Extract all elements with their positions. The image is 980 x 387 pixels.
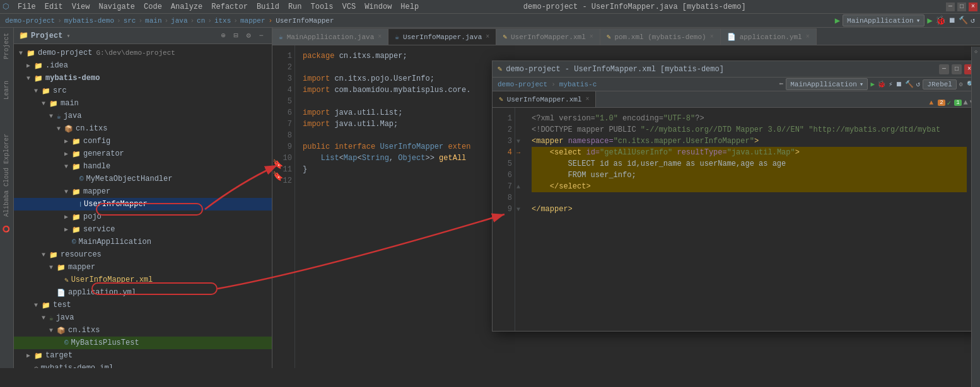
menu-tools[interactable]: Tools: [307, 1, 337, 13]
tree-item-config[interactable]: ▶ 📁 config: [14, 135, 272, 147]
tab-UserInfoMapper-xml[interactable]: ✎ UserInfoMapper.xml ×: [496, 28, 600, 45]
popup-restore-btn[interactable]: □: [952, 64, 962, 74]
tab-close-btn[interactable]: ×: [486, 33, 489, 40]
menu-window[interactable]: Window: [361, 1, 395, 13]
tree-item-test-java[interactable]: ▼ ☕ java: [14, 311, 272, 324]
breadcrumb-demo-project[interactable]: demo-project: [5, 17, 55, 25]
tab-pom-xml[interactable]: ✎ pom.xml (mybatis-demo) ×: [600, 28, 721, 45]
expand-up-btn[interactable]: ▲: [964, 98, 968, 107]
popup-stop-btn[interactable]: ⏹: [895, 80, 902, 88]
menu-file[interactable]: File: [14, 1, 40, 13]
collapse-all-btn[interactable]: ⊟: [230, 30, 242, 42]
popup-reload-btn[interactable]: ↺: [916, 80, 921, 88]
run-stop-btn[interactable]: ⏹: [948, 16, 956, 25]
breadcrumb-java[interactable]: java: [171, 17, 187, 25]
tree-item-resources[interactable]: ▼ 📁 resources: [14, 248, 272, 261]
menu-navigate[interactable]: Navigate: [95, 1, 139, 13]
pb-demo-project[interactable]: demo-project: [498, 81, 547, 88]
tree-item-cn-itxs[interactable]: ▼ 📦 cn.itxs: [14, 122, 272, 135]
xml-code-content[interactable]: <?xml version="1.0" encoding="UTF-8"?> <…: [524, 108, 974, 331]
tab-close-btn[interactable]: ×: [585, 96, 589, 103]
tree-label: mybatis-demo: [45, 74, 100, 83]
hide-panel-btn[interactable]: −: [255, 30, 267, 42]
menu-help[interactable]: Help: [397, 1, 423, 13]
tab-close-btn[interactable]: ×: [378, 33, 382, 40]
menu-edit[interactable]: Edit: [41, 1, 67, 13]
popup-run-config[interactable]: MainAppllication ▾: [786, 78, 868, 90]
run-btn[interactable]: ▶: [927, 15, 932, 26]
popup-minimize-btn[interactable]: ─: [939, 64, 949, 74]
breadcrumb-mapper[interactable]: mapper: [240, 17, 265, 25]
xml-code-editor[interactable]: 123 4 567 89 ▼ → ▲: [493, 108, 979, 331]
breadcrumb-main[interactable]: main: [145, 17, 161, 25]
popup-build-btn[interactable]: 🔨: [905, 80, 914, 88]
menu-view[interactable]: View: [68, 1, 94, 13]
tab-MainAppllication[interactable]: ☕ MainAppllication.java ×: [272, 28, 388, 45]
locate-file-btn[interactable]: ⊕: [218, 30, 229, 42]
breadcrumb-mybatis-demo[interactable]: mybatis-demo: [64, 17, 114, 25]
build-btn[interactable]: 🔨: [959, 16, 968, 25]
tree-item-mapper[interactable]: ▼ 📁 mapper: [14, 185, 272, 198]
breadcrumb-cn[interactable]: cn: [197, 17, 205, 25]
debug-btn[interactable]: 🐞: [935, 15, 946, 26]
tree-item-service[interactable]: ▶ 📁 service: [14, 223, 272, 236]
cloud-tab[interactable]: Alibaba Cloud Explorer: [1, 131, 13, 219]
tree-item-MyBatisPlusTest[interactable]: ▶ © MyBatisPlusTest: [14, 337, 272, 349]
tree-item-application-yml[interactable]: ▶ 📄 application.yml: [14, 286, 272, 299]
menu-analyze[interactable]: Analyze: [167, 1, 206, 13]
gutter-icons: 🔖 🔖: [272, 159, 283, 182]
tree-item-MainAppllication[interactable]: ▶ © MainAppllication: [14, 236, 272, 248]
other-tab[interactable]: ⭕: [1, 223, 13, 236]
project-tab[interactable]: Project: [1, 30, 13, 62]
reload-btn[interactable]: ↺: [971, 16, 975, 25]
tree-item-idea[interactable]: ▶ 📁 .idea: [14, 59, 272, 72]
tree-item-demo-project[interactable]: ▼ 📁 demo-project G:\dev\demo-project: [14, 47, 272, 59]
tree-item-UserInfoMapper-xml[interactable]: ▶ ✎ UserInfoMapper.xml: [14, 274, 272, 286]
tree-item-target[interactable]: ▶ 📁 target: [14, 349, 272, 362]
right-panel-tab[interactable]: ◇: [973, 49, 979, 55]
tree-item-UserInfoMapper[interactable]: ▶ Ⅰ UserInfoMapper: [14, 198, 272, 211]
tab-close-btn[interactable]: ×: [806, 33, 810, 40]
tree-item-test-cn-itxs[interactable]: ▼ 📦 cn.itxs: [14, 324, 272, 337]
tree-item-src[interactable]: ▼ 📁 src: [14, 84, 272, 97]
popup-debug-btn[interactable]: 🐞: [877, 80, 886, 88]
popup-run-btn[interactable]: ▶: [870, 80, 875, 88]
menu-build[interactable]: Build: [253, 1, 283, 13]
run-btn-green[interactable]: ▶: [835, 15, 840, 26]
maximize-btn[interactable]: □: [957, 3, 966, 11]
tree-item-mapper-res[interactable]: ▼ 📁 mapper: [14, 261, 272, 274]
breadcrumb-itxs[interactable]: itxs: [214, 17, 231, 25]
settings-btn[interactable]: ⚙: [243, 30, 254, 42]
xml-line-6: FROM user_info;: [532, 170, 967, 181]
popup-back-btn[interactable]: ⬅: [779, 79, 783, 89]
menu-run[interactable]: Run: [284, 1, 306, 13]
popup-coverage-btn[interactable]: ⚡: [889, 80, 893, 88]
learn-tab[interactable]: Learn: [1, 78, 13, 102]
pb-mybatis[interactable]: mybatis-c: [559, 81, 597, 88]
tree-item-generator[interactable]: ▶ 📁 generator: [14, 147, 272, 160]
test-class-icon: ©: [64, 339, 69, 347]
tree-item-main[interactable]: ▼ 📁 main: [14, 97, 272, 110]
tree-item-test[interactable]: ▼ 📁 test: [14, 299, 272, 311]
project-panel-dropdown[interactable]: ▾: [66, 32, 70, 40]
popup-tab-xml[interactable]: ✎ UserInfoMapper.xml ×: [493, 91, 596, 107]
tab-UserInfoMapper-java[interactable]: ☕ UserInfoMapper.java ×: [388, 28, 496, 45]
jrebel-btn[interactable]: JRebel: [923, 79, 957, 90]
run-config-selector[interactable]: MainAppllication ▾: [843, 14, 925, 26]
tree-item-pojo[interactable]: ▶ 📁 pojo: [14, 211, 272, 223]
tab-close-btn[interactable]: ×: [710, 33, 714, 40]
close-btn[interactable]: ×: [969, 3, 977, 11]
menu-code[interactable]: Code: [140, 1, 166, 13]
breadcrumb-src[interactable]: src: [124, 17, 136, 25]
tree-label: MyMetaObjectHandler: [86, 175, 173, 183]
menu-refactor[interactable]: Refactor: [207, 1, 252, 13]
tree-item-MyMetaObjectHandler[interactable]: ▶ © MyMetaObjectHandler: [14, 173, 272, 185]
tree-item-java[interactable]: ▼ ☕ java: [14, 110, 272, 122]
menu-vcs[interactable]: VCS: [339, 1, 360, 13]
minimize-btn[interactable]: ─: [946, 3, 955, 11]
tree-item-handle[interactable]: ▼ 📁 handle: [14, 160, 272, 173]
tree-item-mybatis-demo[interactable]: ▼ 📁 mybatis-demo: [14, 72, 272, 84]
tab-close-btn[interactable]: ×: [590, 33, 593, 40]
tree-item-iml[interactable]: ▶ ⚙ mybatis-demo.iml: [14, 362, 272, 368]
tab-application-yml[interactable]: 📄 application.yml ×: [721, 28, 817, 45]
